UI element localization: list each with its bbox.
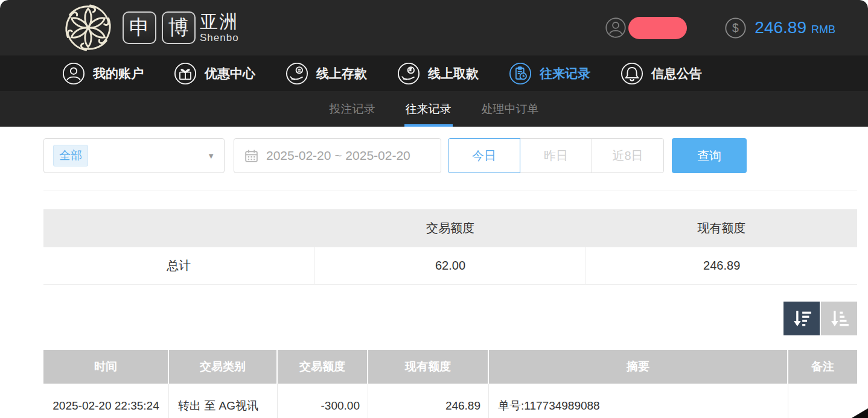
sort-ascending-button[interactable]	[821, 302, 857, 335]
top-header: 申 博 亚洲 Shenbo $	[0, 0, 868, 55]
tab-label: 投注记录	[330, 101, 375, 117]
type-selected-chip: 全部	[53, 145, 88, 166]
summary-table: 交易额度 现有额度 总计 62.00 246.89	[43, 209, 857, 285]
sort-descending-button[interactable]	[783, 302, 820, 335]
nav-item-promotions[interactable]: 优惠中心	[174, 62, 255, 85]
chevron-down-icon: ▼	[207, 151, 215, 160]
record-current-balance: 246.89	[368, 384, 489, 418]
summary-total-label: 总计	[43, 247, 315, 284]
summary-header-empty	[43, 209, 314, 247]
sort-descending-icon	[791, 308, 812, 329]
coin-dollar-icon: $	[724, 17, 747, 39]
nav-item-withdraw[interactable]: 线上取款	[397, 62, 479, 85]
brand-region-text: 亚洲	[200, 13, 239, 31]
type-select-dropdown[interactable]: 全部 ▼	[43, 138, 225, 173]
main-content: 全部 ▼ 2025-02-20 ~ 2025-02-20	[0, 138, 868, 418]
nav-item-announcements[interactable]: 信息公告	[621, 62, 702, 85]
records-header-remark: 备注	[788, 350, 857, 384]
nav-label: 线上存款	[316, 65, 367, 82]
brand-wordmark: 亚洲 Shenbo	[200, 13, 239, 43]
nav-label: 往来记录	[540, 65, 590, 82]
tab-label: 处理中订单	[482, 101, 539, 117]
divider	[43, 191, 857, 191]
records-clipboard-clock-icon	[509, 62, 532, 85]
record-time: 2025-02-20 22:35:24	[43, 384, 169, 418]
calendar-icon	[244, 148, 259, 163]
brand-latin-text: Shenbo	[200, 33, 239, 43]
username-redacted-pill[interactable]	[628, 17, 687, 39]
tab-processing-orders[interactable]: 处理中订单	[480, 91, 540, 127]
table-row: 2025-02-20 22:35:24 转出 至 AG视讯 -300.00 24…	[43, 384, 857, 418]
nav-label: 信息公告	[651, 65, 702, 82]
quick-range-last8days[interactable]: 近8日	[592, 138, 664, 173]
nav-label: 我的账户	[93, 65, 144, 82]
records-header-type: 交易类别	[169, 350, 278, 384]
records-table: 时间 交易类别 交易额度 现有额度 摘要 备注 2025-02-20 22:35…	[43, 350, 857, 418]
summary-table-header: 交易额度 现有额度	[43, 209, 857, 247]
record-type: 转出 至 AG视讯	[169, 384, 278, 418]
records-header-time: 时间	[43, 350, 169, 384]
summary-transaction-amount-value: 62.00	[315, 247, 587, 284]
brand-char2-text: 博	[168, 14, 189, 42]
tab-betting-records[interactable]: 投注记录	[328, 91, 377, 127]
brand-char1-text: 申	[129, 14, 150, 42]
user-avatar-icon[interactable]	[605, 17, 627, 39]
nav-item-deposit[interactable]: 线上存款	[286, 62, 367, 85]
brand-char-bo: 博	[162, 11, 196, 44]
record-remark	[788, 384, 857, 418]
quick-range-today[interactable]: 今日	[448, 138, 520, 173]
nav-label: 线上取款	[428, 65, 479, 82]
page: 申 博 亚洲 Shenbo $	[0, 0, 868, 418]
tab-label: 往来记录	[406, 101, 452, 117]
date-range-value: 2025-02-20 ~ 2025-02-20	[266, 148, 410, 163]
records-header-current-balance: 现有额度	[368, 350, 489, 384]
tab-transaction-records[interactable]: 往来记录	[404, 91, 453, 127]
records-table-header: 时间 交易类别 交易额度 现有额度 摘要 备注	[43, 350, 857, 384]
withdraw-hand-dollar-icon	[397, 62, 420, 85]
records-header-summary: 摘要	[489, 350, 788, 384]
summary-header-transaction-amount: 交易额度	[314, 209, 586, 247]
user-icon	[62, 62, 85, 85]
filter-row: 全部 ▼ 2025-02-20 ~ 2025-02-20	[43, 138, 857, 173]
gift-icon	[174, 62, 197, 85]
summary-header-current-balance: 现有额度	[586, 209, 857, 247]
record-subtabs: 投注记录 往来记录 处理中订单	[0, 91, 868, 127]
balance-area: $ 246.89 RMB	[724, 17, 835, 39]
quick-range-group: 今日 昨日 近8日	[448, 138, 664, 173]
nav-item-my-account[interactable]: 我的账户	[62, 62, 144, 85]
topbar-account-area: $ 246.89 RMB	[605, 17, 835, 39]
balance-currency: RMB	[811, 24, 835, 36]
bell-icon	[621, 62, 643, 85]
brand-logo[interactable]: 申 博 亚洲 Shenbo	[59, 2, 239, 54]
brand-char-shen: 申	[123, 11, 156, 44]
nav-label: 优惠中心	[205, 65, 255, 82]
summary-table-row: 总计 62.00 246.89	[43, 247, 857, 285]
record-transaction-amount: -300.00	[278, 384, 368, 418]
search-button[interactable]: 查询	[672, 138, 747, 173]
records-header-transaction-amount: 交易额度	[278, 350, 368, 384]
sort-ascending-icon	[829, 308, 849, 329]
record-summary: 单号:117734989088	[489, 384, 788, 418]
deposit-hand-coin-icon	[286, 62, 308, 85]
main-navigation: 我的账户 优惠中心 线上存款	[0, 55, 868, 91]
flower-pinwheel-icon	[59, 2, 117, 54]
svg-text:$: $	[732, 21, 739, 34]
nav-item-transaction-records[interactable]: 往来记录	[509, 62, 590, 85]
summary-current-balance-value: 246.89	[586, 247, 857, 284]
date-range-input[interactable]: 2025-02-20 ~ 2025-02-20	[234, 138, 441, 173]
balance-amount: 246.89	[755, 18, 806, 37]
quick-range-yesterday[interactable]: 昨日	[520, 138, 592, 173]
sort-buttons	[43, 302, 857, 335]
